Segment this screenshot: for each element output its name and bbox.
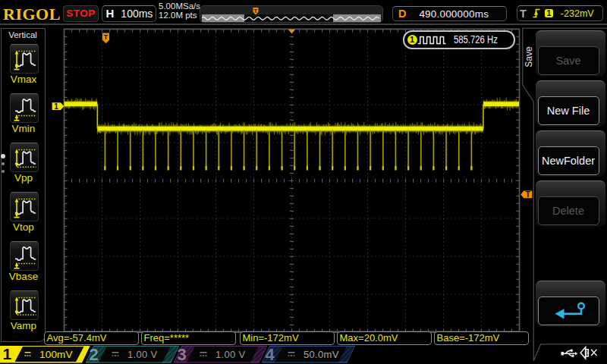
svg-text:1: 1 xyxy=(54,102,58,111)
svg-text:T: T xyxy=(104,33,109,41)
svg-text:T: T xyxy=(254,8,258,13)
